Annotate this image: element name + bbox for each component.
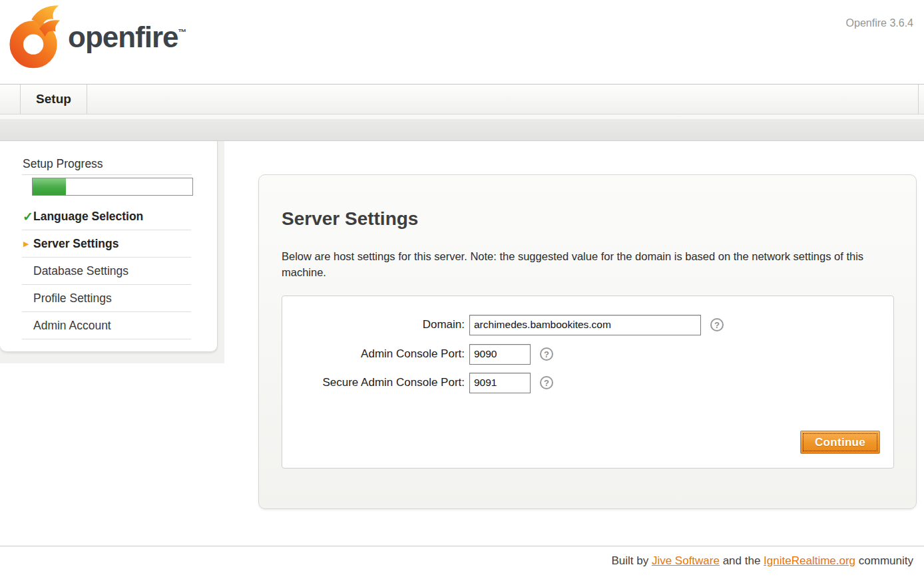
footer-text: community	[855, 554, 913, 567]
igniterealtime-link[interactable]: IgniteRealtime.org	[764, 554, 855, 567]
admin-console-port-input[interactable]	[469, 344, 531, 365]
footer-credits: Built by Jive Software and the IgniteRea…	[611, 554, 913, 568]
secure-admin-console-port-help-icon[interactable]: ?	[540, 376, 553, 389]
continue-button[interactable]: Continue	[800, 431, 880, 454]
setup-progress-bar	[32, 178, 193, 196]
tabstrip-gap	[0, 114, 924, 119]
server-settings-panel: Server Settings Below are host settings …	[258, 174, 917, 509]
step-server-settings: ▶ Server Settings	[0, 230, 217, 258]
setup-progress-fill	[33, 178, 66, 195]
subnav-bar	[0, 119, 924, 141]
step-label: Server Settings	[33, 237, 118, 251]
secure-admin-console-port-row: Secure Admin Console Port: ?	[282, 371, 553, 394]
version-label: Openfire 3.6.4	[846, 17, 913, 29]
step-label: Database Settings	[33, 264, 128, 278]
tab-bar: Setup	[0, 85, 924, 114]
brand-wordmark: openfire™	[68, 23, 187, 52]
step-admin-account: Admin Account	[0, 312, 217, 339]
page-title: Server Settings	[282, 208, 418, 230]
step-database-settings: Database Settings	[0, 258, 217, 285]
domain-label: Domain:	[282, 318, 469, 331]
footer-divider	[0, 546, 924, 546]
footer-text: Built by	[611, 554, 651, 567]
setup-progress-title: Setup Progress	[23, 157, 103, 171]
domain-row: Domain: ?	[282, 313, 724, 336]
tab-setup[interactable]: Setup	[20, 85, 87, 114]
domain-help-icon[interactable]: ?	[710, 318, 724, 331]
step-label: Admin Account	[33, 319, 111, 333]
domain-input[interactable]	[469, 315, 701, 335]
admin-console-port-help-icon[interactable]: ?	[540, 347, 553, 361]
openfire-setup-page: openfire™ Openfire 3.6.4 Setup Setup Pro…	[0, 0, 924, 583]
divider	[22, 174, 192, 175]
divider	[22, 339, 191, 339]
check-icon: ✓	[23, 209, 33, 224]
openfire-logo-icon	[9, 4, 64, 69]
secure-admin-console-port-label: Secure Admin Console Port:	[282, 376, 469, 389]
trademark: ™	[178, 27, 187, 37]
secure-admin-console-port-input[interactable]	[469, 373, 531, 393]
step-label: Language Selection	[33, 210, 143, 224]
footer-text: and the	[720, 554, 764, 567]
step-language-selection: ✓ Language Selection	[0, 203, 217, 230]
setup-steps-list: ✓ Language Selection ▶ Server Settings D…	[0, 203, 217, 339]
admin-console-port-row: Admin Console Port: ?	[282, 343, 553, 365]
step-profile-settings: Profile Settings	[0, 285, 217, 312]
current-step-arrow-icon: ▶	[23, 240, 29, 248]
step-label: Profile Settings	[33, 292, 112, 305]
page-description: Below are host settings for this server.…	[282, 248, 867, 280]
server-settings-form: Domain: ? Admin Console Port: ? Secure A…	[282, 295, 894, 469]
setup-progress-panel: Setup Progress ✓ Language Selection ▶ Se…	[0, 141, 218, 352]
admin-console-port-label: Admin Console Port:	[282, 347, 469, 361]
header: openfire™ Openfire 3.6.4	[0, 0, 924, 85]
tabbar-end-separator	[918, 85, 919, 114]
jive-software-link[interactable]: Jive Software	[652, 554, 720, 567]
